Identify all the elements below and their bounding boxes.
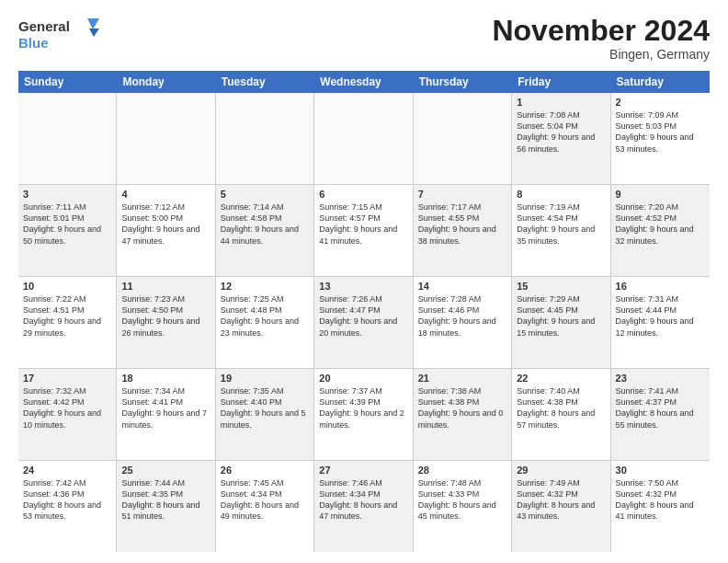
day-cell-30: 30Sunrise: 7:50 AM Sunset: 4:32 PM Dayli… <box>611 461 710 552</box>
header-day-friday: Friday <box>512 71 610 93</box>
day-info: Sunrise: 7:44 AM Sunset: 4:35 PM Dayligh… <box>121 477 210 523</box>
day-info: Sunrise: 7:35 AM Sunset: 4:40 PM Dayligh… <box>221 385 309 431</box>
day-number: 17 <box>23 373 111 384</box>
day-info: Sunrise: 7:42 AM Sunset: 4:36 PM Dayligh… <box>23 477 111 523</box>
calendar-header: SundayMondayTuesdayWednesdayThursdayFrid… <box>18 71 710 93</box>
day-cell-18: 18Sunrise: 7:34 AM Sunset: 4:41 PM Dayli… <box>117 369 215 460</box>
logo: General Blue <box>18 15 101 55</box>
header-day-sunday: Sunday <box>18 71 117 93</box>
calendar: SundayMondayTuesdayWednesdayThursdayFrid… <box>18 71 710 552</box>
day-cell-28: 28Sunrise: 7:48 AM Sunset: 4:33 PM Dayli… <box>414 461 512 552</box>
day-info: Sunrise: 7:37 AM Sunset: 4:39 PM Dayligh… <box>319 385 407 431</box>
day-cell-8: 8Sunrise: 7:19 AM Sunset: 4:54 PM Daylig… <box>512 185 610 276</box>
day-cell-21: 21Sunrise: 7:38 AM Sunset: 4:38 PM Dayli… <box>414 369 512 460</box>
day-number: 16 <box>616 281 705 292</box>
day-cell-11: 11Sunrise: 7:23 AM Sunset: 4:50 PM Dayli… <box>117 277 215 368</box>
day-number: 20 <box>319 373 407 384</box>
day-cell-9: 9Sunrise: 7:20 AM Sunset: 4:52 PM Daylig… <box>611 185 710 276</box>
day-number: 18 <box>121 373 210 384</box>
empty-cell-0-4 <box>414 93 512 184</box>
day-info: Sunrise: 7:09 AM Sunset: 5:03 PM Dayligh… <box>616 109 705 155</box>
day-info: Sunrise: 7:25 AM Sunset: 4:48 PM Dayligh… <box>221 293 309 339</box>
day-number: 4 <box>121 189 210 200</box>
day-cell-16: 16Sunrise: 7:31 AM Sunset: 4:44 PM Dayli… <box>611 277 710 368</box>
empty-cell-0-0 <box>18 93 117 184</box>
day-number: 9 <box>616 189 705 200</box>
header-day-tuesday: Tuesday <box>216 71 314 93</box>
day-number: 25 <box>121 465 210 476</box>
day-number: 3 <box>23 189 111 200</box>
day-number: 8 <box>517 189 605 200</box>
calendar-row-1: 3Sunrise: 7:11 AM Sunset: 5:01 PM Daylig… <box>18 185 710 277</box>
day-number: 12 <box>221 281 309 292</box>
header-day-saturday: Saturday <box>611 71 710 93</box>
day-cell-10: 10Sunrise: 7:22 AM Sunset: 4:51 PM Dayli… <box>18 277 117 368</box>
day-cell-22: 22Sunrise: 7:40 AM Sunset: 4:38 PM Dayli… <box>512 369 610 460</box>
day-info: Sunrise: 7:14 AM Sunset: 4:58 PM Dayligh… <box>221 201 309 247</box>
day-info: Sunrise: 7:45 AM Sunset: 4:34 PM Dayligh… <box>221 477 309 523</box>
day-number: 2 <box>616 97 705 108</box>
day-info: Sunrise: 7:11 AM Sunset: 5:01 PM Dayligh… <box>23 201 111 247</box>
day-number: 10 <box>23 281 111 292</box>
day-number: 6 <box>319 189 407 200</box>
month-title: November 2024 <box>492 15 710 47</box>
empty-cell-0-3 <box>314 93 413 184</box>
day-cell-27: 27Sunrise: 7:46 AM Sunset: 4:34 PM Dayli… <box>314 461 413 552</box>
header-day-wednesday: Wednesday <box>314 71 413 93</box>
day-number: 21 <box>418 373 506 384</box>
day-info: Sunrise: 7:48 AM Sunset: 4:33 PM Dayligh… <box>418 477 506 523</box>
svg-text:Blue: Blue <box>18 35 49 51</box>
day-cell-26: 26Sunrise: 7:45 AM Sunset: 4:34 PM Dayli… <box>216 461 314 552</box>
day-number: 30 <box>616 465 705 476</box>
day-info: Sunrise: 7:19 AM Sunset: 4:54 PM Dayligh… <box>517 201 605 247</box>
day-info: Sunrise: 7:22 AM Sunset: 4:51 PM Dayligh… <box>23 293 111 339</box>
calendar-row-2: 10Sunrise: 7:22 AM Sunset: 4:51 PM Dayli… <box>18 277 710 369</box>
day-cell-25: 25Sunrise: 7:44 AM Sunset: 4:35 PM Dayli… <box>117 461 215 552</box>
day-cell-5: 5Sunrise: 7:14 AM Sunset: 4:58 PM Daylig… <box>216 185 314 276</box>
day-number: 14 <box>418 281 506 292</box>
day-cell-19: 19Sunrise: 7:35 AM Sunset: 4:40 PM Dayli… <box>216 369 314 460</box>
day-cell-1: 1Sunrise: 7:08 AM Sunset: 5:04 PM Daylig… <box>512 93 610 184</box>
day-number: 11 <box>121 281 210 292</box>
calendar-row-3: 17Sunrise: 7:32 AM Sunset: 4:42 PM Dayli… <box>18 369 710 461</box>
day-info: Sunrise: 7:49 AM Sunset: 4:32 PM Dayligh… <box>517 477 605 523</box>
day-number: 24 <box>23 465 111 476</box>
day-info: Sunrise: 7:40 AM Sunset: 4:38 PM Dayligh… <box>517 385 605 431</box>
day-number: 29 <box>517 465 605 476</box>
calendar-row-4: 24Sunrise: 7:42 AM Sunset: 4:36 PM Dayli… <box>18 461 710 552</box>
day-number: 23 <box>616 373 705 384</box>
day-cell-20: 20Sunrise: 7:37 AM Sunset: 4:39 PM Dayli… <box>314 369 413 460</box>
calendar-body: 1Sunrise: 7:08 AM Sunset: 5:04 PM Daylig… <box>18 93 710 552</box>
empty-cell-0-1 <box>117 93 215 184</box>
empty-cell-0-2 <box>216 93 314 184</box>
day-info: Sunrise: 7:26 AM Sunset: 4:47 PM Dayligh… <box>319 293 407 339</box>
day-info: Sunrise: 7:31 AM Sunset: 4:44 PM Dayligh… <box>616 293 705 339</box>
day-info: Sunrise: 7:15 AM Sunset: 4:57 PM Dayligh… <box>319 201 407 247</box>
day-number: 5 <box>221 189 309 200</box>
svg-text:General: General <box>18 18 70 34</box>
day-info: Sunrise: 7:20 AM Sunset: 4:52 PM Dayligh… <box>616 201 705 247</box>
day-number: 1 <box>517 97 605 108</box>
day-info: Sunrise: 7:12 AM Sunset: 5:00 PM Dayligh… <box>121 201 210 247</box>
title-block: November 2024 Bingen, Germany <box>492 15 710 62</box>
day-number: 7 <box>418 189 506 200</box>
day-cell-12: 12Sunrise: 7:25 AM Sunset: 4:48 PM Dayli… <box>216 277 314 368</box>
day-info: Sunrise: 7:34 AM Sunset: 4:41 PM Dayligh… <box>121 385 210 431</box>
svg-marker-3 <box>89 29 99 37</box>
day-info: Sunrise: 7:38 AM Sunset: 4:38 PM Dayligh… <box>418 385 506 431</box>
day-cell-4: 4Sunrise: 7:12 AM Sunset: 5:00 PM Daylig… <box>117 185 215 276</box>
day-info: Sunrise: 7:28 AM Sunset: 4:46 PM Dayligh… <box>418 293 506 339</box>
day-info: Sunrise: 7:08 AM Sunset: 5:04 PM Dayligh… <box>517 109 605 155</box>
day-number: 27 <box>319 465 407 476</box>
day-cell-15: 15Sunrise: 7:29 AM Sunset: 4:45 PM Dayli… <box>512 277 610 368</box>
svg-marker-2 <box>87 18 99 29</box>
day-number: 26 <box>221 465 309 476</box>
day-cell-7: 7Sunrise: 7:17 AM Sunset: 4:55 PM Daylig… <box>414 185 512 276</box>
day-info: Sunrise: 7:17 AM Sunset: 4:55 PM Dayligh… <box>418 201 506 247</box>
day-cell-3: 3Sunrise: 7:11 AM Sunset: 5:01 PM Daylig… <box>18 185 117 276</box>
day-cell-2: 2Sunrise: 7:09 AM Sunset: 5:03 PM Daylig… <box>611 93 710 184</box>
day-cell-6: 6Sunrise: 7:15 AM Sunset: 4:57 PM Daylig… <box>314 185 413 276</box>
day-cell-24: 24Sunrise: 7:42 AM Sunset: 4:36 PM Dayli… <box>18 461 117 552</box>
day-cell-23: 23Sunrise: 7:41 AM Sunset: 4:37 PM Dayli… <box>611 369 710 460</box>
header-day-thursday: Thursday <box>414 71 512 93</box>
